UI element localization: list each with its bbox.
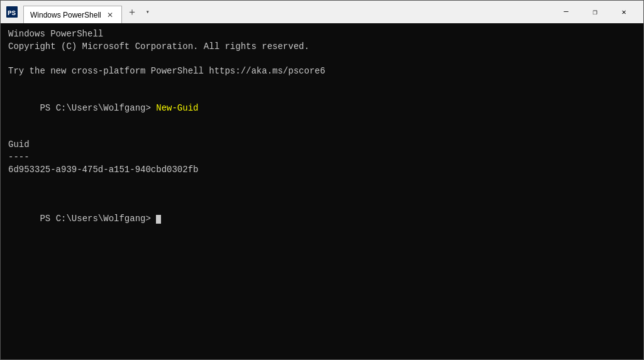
tab-close-button[interactable]: ✕ bbox=[105, 10, 115, 20]
new-tab-button[interactable]: ＋ bbox=[123, 3, 141, 21]
svg-text:PS: PS bbox=[8, 9, 16, 17]
blank-line-1 bbox=[8, 53, 636, 65]
blank-line-3 bbox=[8, 127, 636, 139]
tab-dropdown-button[interactable]: ▾ bbox=[141, 5, 155, 19]
output-guid-separator: ---- bbox=[8, 151, 636, 164]
cursor bbox=[156, 215, 161, 224]
blank-line-4 bbox=[8, 176, 636, 188]
titlebar: PS Windows PowerShell ✕ ＋ ▾ — ❐ ✕ bbox=[1, 1, 643, 23]
output-line-1: Windows PowerShell bbox=[8, 28, 636, 41]
maximize-button[interactable]: ❐ bbox=[580, 1, 609, 23]
prompt-1: PS C:\Users\Wolfgang> bbox=[40, 103, 156, 113]
minimize-button[interactable]: — bbox=[552, 1, 580, 23]
blank-line-2 bbox=[8, 77, 636, 90]
command-text: New-Guid bbox=[156, 103, 198, 113]
close-button[interactable]: ✕ bbox=[609, 1, 638, 23]
powershell-window: PS Windows PowerShell ✕ ＋ ▾ — ❐ ✕ Window… bbox=[0, 0, 644, 360]
output-line-4: Try the new cross-platform PowerShell ht… bbox=[8, 65, 636, 78]
output-line-2: Copyright (C) Microsoft Corporation. All… bbox=[8, 41, 636, 53]
output-guid-value: 6d953325-a939-475d-a151-940cbd0302fb bbox=[8, 164, 636, 177]
powershell-icon: PS bbox=[6, 6, 18, 18]
active-tab[interactable]: Windows PowerShell ✕ bbox=[23, 6, 122, 23]
window-controls: — ❐ ✕ bbox=[552, 1, 638, 23]
tab-area: PS Windows PowerShell ✕ ＋ ▾ bbox=[6, 3, 552, 21]
prompt-2: PS C:\Users\Wolfgang> bbox=[40, 214, 156, 224]
tab-title: Windows PowerShell bbox=[30, 11, 101, 19]
output-guid-header: Guid bbox=[8, 139, 636, 151]
current-prompt-line: PS C:\Users\Wolfgang> bbox=[8, 200, 636, 237]
command-line: PS C:\Users\Wolfgang> New-Guid bbox=[8, 90, 636, 127]
blank-line-5 bbox=[8, 188, 636, 201]
terminal-body[interactable]: Windows PowerShell Copyright (C) Microso… bbox=[1, 23, 643, 359]
